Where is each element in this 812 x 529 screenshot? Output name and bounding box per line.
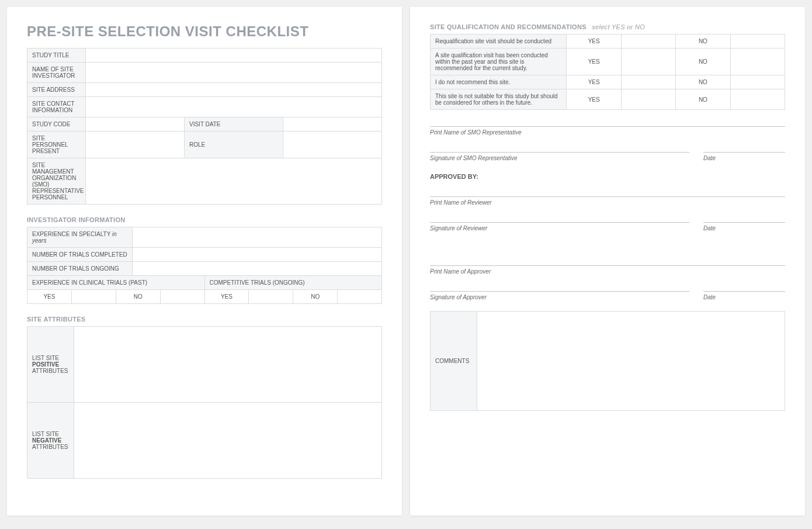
- label-investigator-name: NAME OF SITE INVESTIGATOR: [27, 63, 86, 83]
- input-comments[interactable]: [477, 312, 785, 411]
- section-site-qualification: SITE QUALIFICATION AND RECOMMENDATIONS s…: [430, 23, 785, 30]
- label-personnel-present: SITE PERSONNEL PRESENT: [27, 132, 86, 158]
- label-competitive-trials: COMPETITIVE TRIALS (ONGOING): [204, 276, 382, 290]
- input-comp-no[interactable]: [338, 290, 382, 304]
- input-q3-yes[interactable]: [621, 75, 675, 89]
- input-q1-yes[interactable]: [621, 34, 675, 49]
- text-positive-bold: POSITIVE: [32, 361, 59, 368]
- label-smo-personnel: SITE MANAGEMENT ORGANIZATION (SMO) REPRE…: [27, 158, 86, 205]
- input-past-yes[interactable]: [71, 290, 116, 304]
- sig-print-reviewer[interactable]: Print Name of Reviewer: [430, 196, 785, 206]
- label-q4: This site is not suitable for this study…: [431, 89, 567, 110]
- label-comp-no: NO: [293, 290, 338, 304]
- page-1: PRE-SITE SELECTION VISIT CHECKLIST STUDY…: [7, 7, 402, 516]
- label-past-yes: YES: [27, 290, 72, 304]
- text-positive-pre: LIST SITE: [32, 355, 59, 361]
- input-trials-ongoing[interactable]: [133, 262, 382, 276]
- page-title: PRE-SITE SELECTION VISIT CHECKLIST: [27, 23, 382, 40]
- signature-block-approver: Print Name of Approver Signature of Appr…: [430, 265, 785, 300]
- label-q1: Requalification site visit should be con…: [431, 34, 567, 49]
- text-exp-specialty: EXPERIENCE IN SPECIALTY: [32, 231, 110, 237]
- label-past-no: NO: [116, 290, 160, 304]
- input-q2-no[interactable]: [730, 49, 785, 75]
- trials-yesno-table: EXPERIENCE IN CLINICAL TRIALS (PAST) COM…: [27, 275, 382, 304]
- label-q3-no: NO: [676, 75, 730, 89]
- text-qual-hint: select YES or NO: [592, 23, 645, 30]
- input-comp-yes[interactable]: [249, 290, 293, 304]
- label-exp-past-trials: EXPERIENCE IN CLINICAL TRIALS (PAST): [27, 276, 205, 290]
- input-q3-no[interactable]: [730, 75, 785, 89]
- document-pages: PRE-SITE SELECTION VISIT CHECKLIST STUDY…: [7, 7, 805, 516]
- section-site-attributes: SITE ATTRIBUTES: [27, 316, 382, 323]
- input-role[interactable]: [283, 132, 382, 158]
- input-smo-personnel[interactable]: [86, 158, 382, 205]
- attributes-table: LIST SITE POSITIVE ATTRIBUTES LIST SITE …: [27, 326, 382, 479]
- input-positive-attributes[interactable]: [74, 327, 382, 403]
- input-q1-no[interactable]: [730, 34, 785, 49]
- label-exp-specialty: EXPERIENCE IN SPECIALTY in years: [27, 227, 133, 248]
- label-role: ROLE: [185, 132, 283, 158]
- input-past-no[interactable]: [160, 290, 204, 304]
- qualification-table: Requalification site visit should be con…: [430, 34, 785, 110]
- sig-signature-reviewer[interactable]: Signature of Reviewer: [430, 222, 689, 231]
- label-q2-no: NO: [676, 49, 730, 75]
- input-q4-yes[interactable]: [621, 89, 675, 110]
- input-site-contact[interactable]: [86, 97, 382, 117]
- signature-block-reviewer: Print Name of Reviewer Signature of Revi…: [430, 196, 785, 231]
- sig-date-approver[interactable]: Date: [703, 291, 785, 300]
- label-q1-yes: YES: [567, 34, 621, 49]
- input-site-address[interactable]: [86, 83, 382, 97]
- label-comp-yes: YES: [204, 290, 249, 304]
- label-q1-no: NO: [676, 34, 730, 49]
- label-q4-no: NO: [676, 89, 730, 110]
- sig-print-smo[interactable]: Print Name of SMO Representative: [430, 126, 785, 136]
- text-qual-section: SITE QUALIFICATION AND RECOMMENDATIONS: [430, 23, 587, 30]
- input-visit-date[interactable]: [283, 117, 382, 132]
- label-q3: I do not recommend this site.: [431, 75, 567, 89]
- sig-signature-smo[interactable]: Signature of SMO Representative: [430, 152, 689, 161]
- sig-date-smo[interactable]: Date: [703, 152, 785, 161]
- sig-signature-approver[interactable]: Signature of Approver: [430, 291, 689, 300]
- signature-block-smo: Print Name of SMO Representative Signatu…: [430, 126, 785, 161]
- input-study-code[interactable]: [86, 117, 185, 132]
- label-comments: COMMENTS: [431, 312, 477, 411]
- input-q4-no[interactable]: [730, 89, 785, 110]
- input-exp-specialty[interactable]: [133, 227, 382, 248]
- input-study-title[interactable]: [86, 49, 382, 63]
- label-trials-ongoing: NUMBER OF TRIALS ONGOING: [27, 262, 133, 276]
- input-negative-attributes[interactable]: [74, 403, 382, 479]
- label-study-title: STUDY TITLE: [27, 49, 86, 63]
- approved-by-heading: APPROVED BY:: [430, 173, 785, 180]
- text-negative-post: ATTRIBUTES: [32, 444, 68, 450]
- label-q3-yes: YES: [567, 75, 621, 89]
- label-positive-attributes: LIST SITE POSITIVE ATTRIBUTES: [27, 327, 74, 403]
- label-trials-completed: NUMBER OF TRIALS COMPLETED: [27, 248, 133, 262]
- label-visit-date: VISIT DATE: [185, 117, 283, 132]
- label-q2: A site qualification visit has been cond…: [431, 49, 567, 75]
- label-q2-yes: YES: [567, 49, 621, 75]
- input-trials-completed[interactable]: [133, 248, 382, 262]
- study-info-table: STUDY TITLE NAME OF SITE INVESTIGATOR SI…: [27, 48, 382, 205]
- comments-table: COMMENTS: [430, 311, 785, 411]
- text-negative-bold: NEGATIVE: [32, 437, 61, 444]
- label-q4-yes: YES: [567, 89, 621, 110]
- text-positive-post: ATTRIBUTES: [32, 368, 68, 374]
- label-site-address: SITE ADDRESS: [27, 83, 86, 97]
- input-q2-yes[interactable]: [621, 49, 675, 75]
- section-investigator-info: INVESTIGATOR INFORMATION: [27, 216, 382, 223]
- label-study-code: STUDY CODE: [27, 117, 86, 132]
- text-negative-pre: LIST SITE: [32, 431, 59, 437]
- sig-print-approver[interactable]: Print Name of Approver: [430, 265, 785, 275]
- investigator-table: EXPERIENCE IN SPECIALTY in years NUMBER …: [27, 227, 382, 276]
- sig-date-reviewer[interactable]: Date: [703, 222, 785, 231]
- label-site-contact: SITE CONTACT INFORMATION: [27, 97, 86, 117]
- page-2: SITE QUALIFICATION AND RECOMMENDATIONS s…: [410, 7, 805, 516]
- label-negative-attributes: LIST SITE NEGATIVE ATTRIBUTES: [27, 403, 74, 479]
- input-investigator-name[interactable]: [86, 63, 382, 83]
- input-personnel-present[interactable]: [86, 132, 185, 158]
